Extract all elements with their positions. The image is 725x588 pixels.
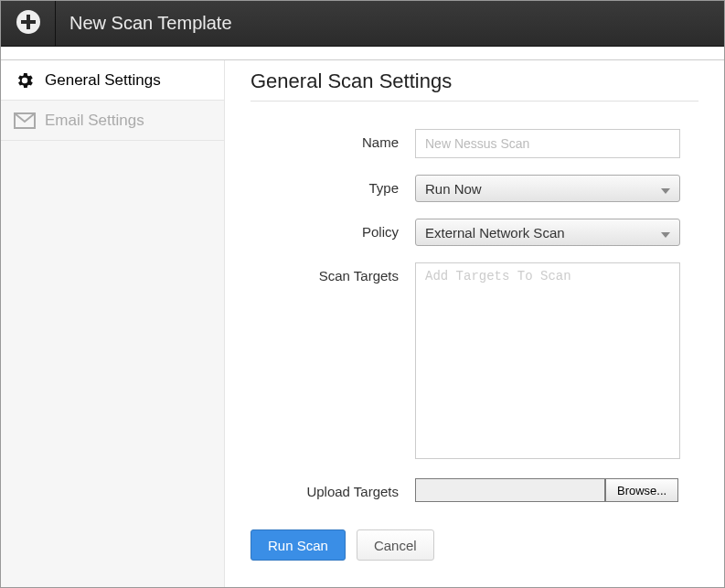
type-selected-value: Run Now (425, 181, 482, 197)
svg-marker-5 (661, 232, 670, 238)
policy-selected-value: External Network Scan (425, 225, 565, 241)
upload-label: Upload Targets (251, 478, 415, 502)
app-window: New Scan Template General Settings (0, 0, 725, 588)
upload-control: Browse... (415, 478, 698, 502)
sidebar-filler (1, 141, 225, 587)
chevron-down-icon (661, 181, 670, 197)
topbar: New Scan Template (1, 1, 724, 47)
svg-rect-2 (21, 20, 36, 24)
cancel-button[interactable]: Cancel (357, 529, 434, 561)
mail-icon (14, 112, 36, 129)
name-label: Name (251, 129, 415, 158)
gear-icon (14, 70, 36, 91)
type-label: Type (251, 175, 415, 202)
targets-label: Scan Targets (251, 262, 415, 462)
type-select[interactable]: Run Now (415, 175, 680, 202)
sidebar-item-label: Email Settings (45, 112, 144, 130)
main-panel: General Scan Settings Name Type Run Now (225, 60, 724, 587)
sidebar-item-email[interactable]: Email Settings (1, 101, 225, 141)
field-row-policy: Policy External Network Scan (251, 219, 698, 246)
plus-circle-icon (15, 8, 42, 38)
field-row-name: Name (251, 129, 698, 158)
field-row-type: Type Run Now (251, 175, 698, 202)
upload-path-display (415, 478, 605, 502)
body: General Settings Email Settings General … (1, 59, 724, 587)
policy-label: Policy (251, 219, 415, 246)
divider (251, 101, 698, 102)
page-title: New Scan Template (56, 13, 232, 34)
browse-button[interactable]: Browse... (605, 478, 678, 502)
add-scan-button[interactable] (1, 1, 56, 47)
svg-marker-4 (661, 188, 670, 194)
action-bar: Run Scan Cancel (251, 529, 698, 561)
section-heading: General Scan Settings (251, 69, 698, 93)
field-row-upload: Upload Targets Browse... (251, 478, 698, 502)
run-scan-button[interactable]: Run Scan (251, 529, 346, 561)
sidebar-item-general[interactable]: General Settings (1, 60, 225, 101)
field-row-targets: Scan Targets (251, 262, 698, 462)
chevron-down-icon (661, 225, 670, 241)
sidebar-item-label: General Settings (45, 71, 161, 90)
name-input[interactable] (415, 129, 680, 158)
sidebar: General Settings Email Settings (1, 60, 225, 587)
policy-select[interactable]: External Network Scan (415, 219, 680, 246)
targets-textarea[interactable] (415, 262, 680, 459)
